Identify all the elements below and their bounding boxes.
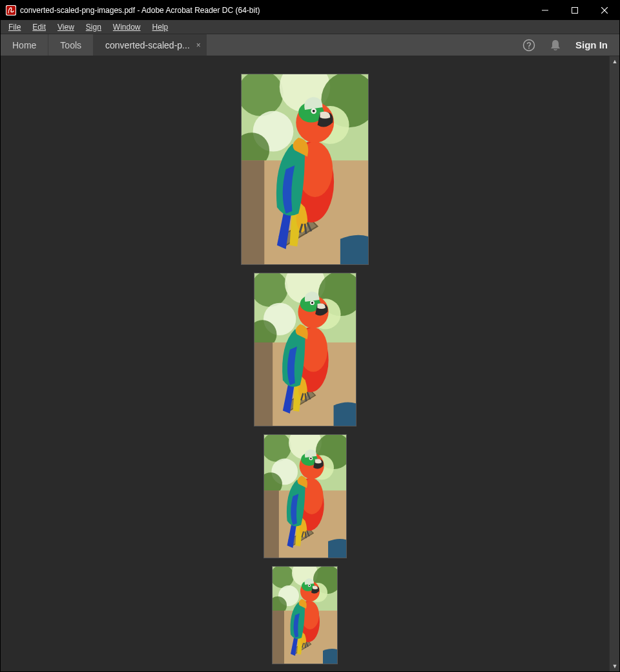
pdf-page [254,273,356,426]
window-title: converted-scaled-png-images.pdf - Adobe … [20,6,260,15]
menu-sign[interactable]: Sign [81,21,107,33]
menu-edit[interactable]: Edit [27,21,51,33]
scroll-up-arrow-icon[interactable]: ▲ [610,56,619,67]
tab-home-label: Home [12,40,36,50]
pdf-page [264,435,346,558]
tab-document-label: converted-scaled-p... [105,40,190,50]
tab-strip-spacer [207,34,511,56]
menu-file[interactable]: File [3,21,26,33]
svg-rect-3 [572,8,578,14]
pdf-page [273,567,337,664]
tab-tools[interactable]: Tools [48,34,94,56]
menu-window[interactable]: Window [108,21,146,33]
maximize-button[interactable] [560,1,590,20]
pdf-page [242,74,368,264]
tab-strip: Home Tools converted-scaled-p... × Sign … [1,34,619,56]
viewport-wrap: ▲ ▼ [1,56,619,671]
help-icon[interactable] [522,39,535,52]
app-window: converted-scaled-png-images.pdf - Adobe … [0,0,620,672]
minimize-button[interactable] [530,1,560,20]
svg-point-6 [524,39,535,50]
menu-help[interactable]: Help [147,21,174,33]
vertical-scrollbar[interactable]: ▲ ▼ [609,56,619,671]
tab-document[interactable]: converted-scaled-p... × [94,34,207,56]
notifications-bell-icon[interactable] [550,39,561,52]
menu-view[interactable]: View [52,21,79,33]
close-window-button[interactable] [590,1,619,20]
acrobat-app-icon [6,5,16,16]
svg-point-7 [528,47,530,48]
tab-home[interactable]: Home [1,34,48,56]
tab-tools-label: Tools [60,40,81,50]
menu-bar: File Edit View Sign Window Help [1,20,619,34]
toolbar-right: Sign In [511,34,619,56]
sign-in-button[interactable]: Sign In [575,39,608,50]
title-bar: converted-scaled-png-images.pdf - Adobe … [1,1,619,20]
document-viewport[interactable] [1,56,609,671]
scroll-down-arrow-icon[interactable]: ▼ [610,661,619,671]
tab-close-button[interactable]: × [196,41,201,49]
